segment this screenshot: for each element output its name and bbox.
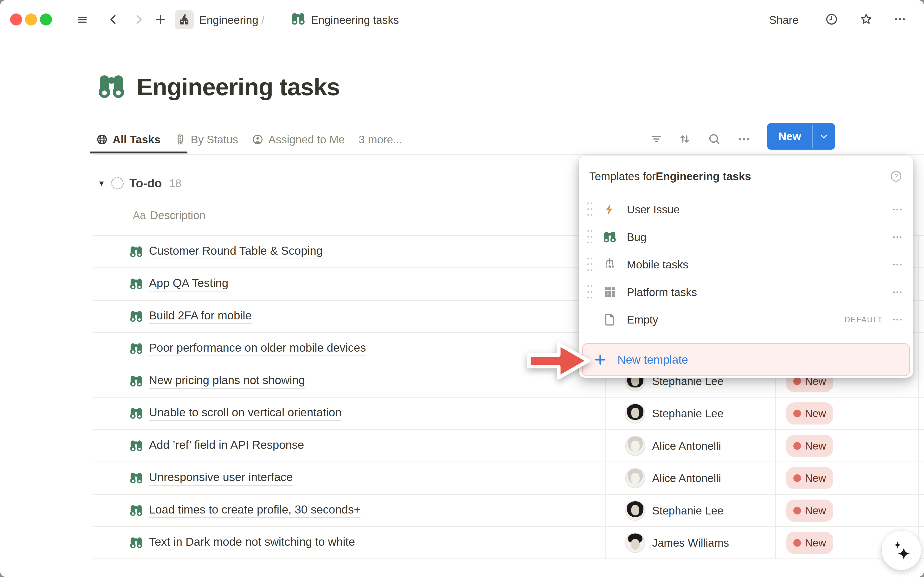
status-cell[interactable]: New	[775, 398, 924, 429]
clock-icon[interactable]	[825, 13, 839, 26]
tab-by-status[interactable]: By Status	[174, 133, 238, 146]
ellipsis-icon[interactable]	[893, 13, 907, 26]
default-tag: DEFAULT	[844, 315, 883, 324]
binoculars-icon	[129, 536, 143, 550]
status-cell[interactable]: New	[775, 462, 924, 494]
ai-assistant-button[interactable]	[882, 530, 921, 570]
back-button[interactable]	[107, 13, 119, 26]
task-title-cell[interactable]: Load times to create profile, 30 seconds…	[93, 495, 605, 526]
sort-icon[interactable]	[678, 132, 692, 146]
plus-icon	[593, 353, 607, 367]
binoculars-icon	[291, 11, 306, 26]
ellipsis-icon[interactable]	[892, 204, 903, 215]
grid-icon	[603, 285, 617, 299]
template-item-mobile-tasks[interactable]: Mobile tasks	[584, 251, 908, 278]
screenshot-root: Engineering / Engineering tasks Share En…	[0, 0, 924, 577]
drag-handle-icon[interactable]	[587, 229, 591, 245]
breadcrumb-separator: /	[261, 14, 264, 26]
search-icon[interactable]	[708, 132, 721, 146]
workspace-breadcrumb-item[interactable]	[175, 10, 194, 29]
text-type-icon: Aa	[133, 209, 146, 221]
drag-handle-icon[interactable]	[587, 201, 591, 218]
ellipsis-icon[interactable]	[892, 259, 903, 270]
person-cell[interactable]: Stephanie Lee	[605, 495, 775, 526]
avatar	[625, 468, 645, 488]
status-cell[interactable]: New	[775, 495, 924, 526]
hamburger-icon[interactable]	[76, 14, 89, 26]
status-dot-icon	[793, 442, 801, 450]
star-icon[interactable]	[859, 13, 873, 26]
table-row: Text in Dark mode not switching to white…	[93, 526, 924, 558]
status-dot-icon	[793, 539, 801, 547]
breadcrumb-page[interactable]: Engineering tasks	[311, 13, 399, 26]
template-item-bug[interactable]: Bug	[584, 223, 908, 251]
globe-icon	[96, 134, 108, 145]
building-icon	[178, 13, 190, 26]
status-cell[interactable]: New	[775, 430, 924, 461]
template-item-empty[interactable]: Empty DEFAULT	[584, 306, 908, 334]
filter-icon[interactable]	[650, 132, 663, 146]
task-title-cell[interactable]: Build 2FA for mobile	[93, 301, 605, 332]
tab-more-views[interactable]: 3 more...	[359, 133, 403, 146]
binoculars-icon	[129, 277, 143, 291]
window-zoom-button[interactable]	[40, 13, 52, 26]
status-badge: New	[786, 402, 833, 424]
status-dot-icon	[793, 377, 801, 385]
drag-handle-icon[interactable]	[587, 256, 591, 272]
tab-all-tasks[interactable]: All Tasks	[96, 133, 161, 146]
binoculars-icon[interactable]	[97, 72, 126, 102]
person-cell[interactable]: James Williams	[605, 527, 775, 558]
window-minimize-button[interactable]	[25, 13, 37, 26]
view-tabs: All Tasks By Status Assigned to Me 3 mor…	[96, 129, 402, 150]
drag-handle-icon[interactable]	[587, 284, 591, 300]
task-title-cell[interactable]: Unable to scroll on vertical orientation	[93, 398, 605, 429]
traffic-light-icon	[174, 134, 186, 145]
breadcrumb-workspace[interactable]: Engineering	[199, 14, 258, 26]
task-title-cell[interactable]: Text in Dark mode not switching to white	[93, 527, 605, 558]
help-icon[interactable]	[890, 170, 903, 183]
task-title-cell[interactable]: App QA Testing	[93, 268, 605, 300]
table-row: Unresponsive user interface Alice Antone…	[93, 461, 924, 494]
binoculars-icon	[603, 230, 617, 244]
table-bottom-divider	[93, 558, 924, 559]
popover-title: Templates for Engineering tasks	[589, 170, 903, 183]
lightning-icon	[603, 203, 617, 216]
group-name[interactable]: To-do	[129, 176, 162, 190]
person-cell[interactable]: Alice Antonelli	[605, 430, 775, 461]
template-item-user-issue[interactable]: User Issue	[584, 195, 908, 223]
page-icon	[603, 313, 617, 327]
binoculars-icon	[129, 439, 143, 453]
status-dot-icon	[793, 507, 801, 514]
template-item-platform-tasks[interactable]: Platform tasks	[584, 278, 908, 306]
column-header-description[interactable]: Aa Description	[133, 209, 205, 222]
person-cell[interactable]: Stephanie Lee	[605, 398, 775, 429]
person-cell[interactable]: Alice Antonelli	[605, 462, 775, 494]
window-close-button[interactable]	[10, 13, 22, 26]
table-row: Load times to create profile, 30 seconds…	[93, 494, 924, 526]
page-header: Engineering tasks	[97, 72, 340, 102]
tab-assigned-to-me[interactable]: Assigned to Me	[252, 133, 345, 146]
ellipsis-icon[interactable]	[892, 287, 903, 298]
status-dot-icon	[793, 474, 801, 482]
sparkles-icon	[891, 540, 912, 561]
task-title-cell[interactable]: Add ’ref’ field in API Response	[93, 430, 605, 461]
new-dropdown-button[interactable]	[813, 123, 835, 150]
ellipsis-icon[interactable]	[892, 314, 903, 326]
breadcrumb: Engineering /	[199, 13, 264, 26]
task-title-cell[interactable]: Customer Round Table & Scoping	[93, 236, 605, 268]
binoculars-icon	[129, 374, 143, 388]
binoculars-icon	[129, 406, 143, 421]
status-dot-icon	[793, 409, 801, 417]
triangle-down-icon[interactable]: ▼	[98, 179, 105, 187]
new-template-button[interactable]: New template	[582, 343, 910, 376]
task-title-cell[interactable]: Unresponsive user interface	[93, 462, 605, 494]
new-button[interactable]: New	[767, 123, 812, 150]
active-tab-underline	[90, 152, 187, 153]
share-button[interactable]: Share	[769, 13, 799, 26]
ellipsis-icon[interactable]	[892, 231, 903, 243]
binoculars-icon	[129, 342, 143, 356]
chevron-down-icon	[819, 131, 829, 142]
forward-button[interactable]	[133, 13, 145, 26]
new-page-button[interactable]	[155, 13, 166, 26]
ellipsis-icon[interactable]	[737, 132, 751, 146]
